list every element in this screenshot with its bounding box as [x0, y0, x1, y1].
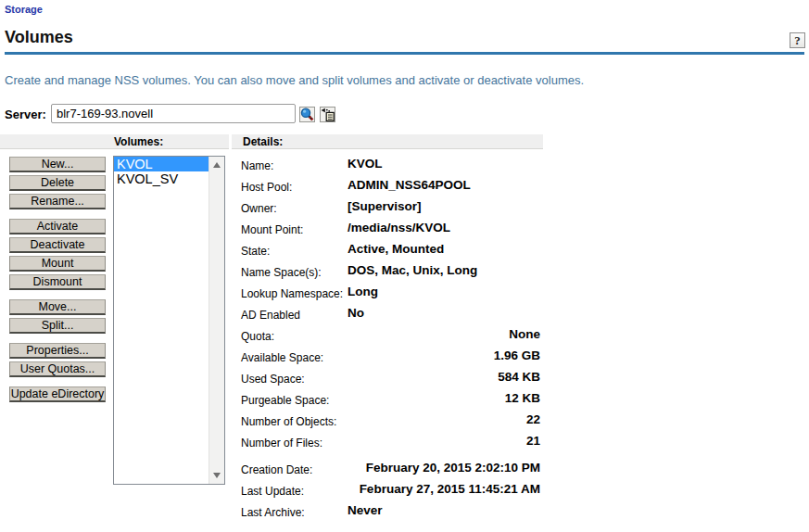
detail-value: ADMIN_NSS64POOL: [348, 178, 471, 192]
detail-value: Never: [348, 503, 383, 517]
detail-row: Used Space:584 KB: [241, 369, 540, 390]
detail-row: Name:KVOL: [241, 156, 540, 177]
detail-label: Number of Files:: [241, 437, 322, 450]
volume-list-scrollbar[interactable]: [209, 157, 224, 484]
detail-value: DOS, Mac, Unix, Long: [348, 263, 477, 277]
detail-value: KVOL: [348, 157, 383, 171]
title-rule: [5, 52, 804, 55]
detail-label: AD Enabled: [241, 309, 300, 322]
action-button-group: Update eDirectory: [9, 386, 106, 402]
detail-row: Available Space:1.96 GB: [241, 348, 540, 369]
detail-row: Creation Date:February 20, 2015 2:02:10 …: [241, 460, 540, 481]
page-title: Volumes: [5, 28, 73, 47]
detail-label: Owner:: [241, 202, 277, 215]
detail-label: Mount Point:: [241, 223, 303, 236]
detail-label: Used Space:: [241, 373, 305, 386]
action-button-split[interactable]: Split...: [9, 318, 106, 334]
details-panel: Name:KVOLHost Pool:ADMIN_NSS64POOLOwner:…: [241, 156, 540, 524]
detail-row: Mount Point:/media/nss/KVOL: [241, 220, 540, 241]
action-button-dismount[interactable]: Dismount: [9, 274, 106, 290]
action-button-rename[interactable]: Rename...: [9, 194, 106, 209]
detail-label: Host Pool:: [241, 181, 292, 194]
detail-row: Lookup Namespace:Long: [241, 284, 540, 305]
volumes-page: Storage Volumes ? Create and manage NSS …: [0, 0, 809, 532]
object-history-button[interactable]: [320, 107, 335, 122]
detail-row: Purgeable Space:12 KB: [241, 390, 540, 412]
detail-label: Name Space(s):: [241, 266, 322, 279]
action-button-delete[interactable]: Delete: [9, 175, 106, 191]
detail-value: Long: [348, 285, 378, 298]
detail-value: /media/nss/KVOL: [348, 221, 450, 234]
detail-value: No: [348, 306, 364, 320]
detail-value: 12 KB: [505, 391, 540, 405]
detail-row: Quota:None: [241, 326, 540, 348]
detail-row: Owner:[Supervisor]: [241, 198, 540, 220]
volume-list-items: KVOLKVOL_SV: [114, 157, 209, 484]
action-button-activate[interactable]: Activate: [9, 219, 106, 234]
detail-value: February 20, 2015 2:02:10 PM: [366, 461, 540, 475]
volumes-section-header: Volumes:: [0, 134, 229, 149]
detail-value: 21: [526, 434, 540, 448]
detail-value: Active, Mounted: [348, 242, 444, 256]
detail-value: 584 KB: [498, 370, 540, 384]
detail-label: Purgeable Space:: [241, 394, 329, 407]
action-button-group: New...DeleteRename...: [9, 157, 106, 209]
detail-value: 1.96 GB: [494, 348, 540, 362]
action-button-mount[interactable]: Mount: [9, 256, 106, 272]
details-header-label: Details:: [243, 135, 283, 148]
breadcrumb-storage-link[interactable]: Storage: [5, 4, 43, 15]
action-button-group: Move...Split...: [9, 299, 106, 334]
object-selector-button[interactable]: [299, 107, 315, 122]
detail-row: Number of Files:21: [241, 433, 540, 454]
action-button-move[interactable]: Move...: [9, 299, 106, 315]
volumes-header-label: Volumes:: [114, 135, 163, 148]
detail-row: Host Pool:ADMIN_NSS64POOL: [241, 177, 540, 198]
detail-value: None: [509, 327, 540, 341]
action-button-group: Properties...User Quotas...: [9, 343, 106, 377]
action-button-properties[interactable]: Properties...: [9, 343, 106, 359]
action-button-user-quotas[interactable]: User Quotas...: [9, 361, 106, 377]
detail-value: February 27, 2015 11:45:21 AM: [360, 482, 540, 496]
action-button-group: ActivateDeactivateMountDismount: [9, 219, 106, 290]
detail-row: Last Update:February 27, 2015 11:45:21 A…: [241, 481, 540, 502]
detail-row: Name Space(s):DOS, Mac, Unix, Long: [241, 262, 540, 284]
detail-label: Lookup Namespace:: [241, 287, 343, 300]
action-button-new[interactable]: New...: [9, 157, 106, 172]
detail-value: [Supervisor]: [348, 199, 422, 213]
detail-label: Creation Date:: [241, 463, 312, 476]
action-buttons-column: New...DeleteRename...ActivateDeactivateM…: [9, 157, 106, 412]
action-button-deactivate[interactable]: Deactivate: [9, 237, 106, 253]
detail-row: Number of Objects:22: [241, 412, 540, 433]
detail-label: Last Archive:: [241, 506, 305, 519]
detail-row: AD EnabledNo: [241, 305, 540, 326]
detail-row: Last Archive:Never: [241, 502, 540, 524]
detail-label: Name:: [241, 159, 273, 172]
page-description: Create and manage NSS volumes. You can a…: [5, 73, 584, 87]
detail-label: Last Update:: [241, 485, 304, 498]
detail-label: Quota:: [241, 330, 274, 343]
server-input[interactable]: [51, 104, 296, 123]
detail-label: Available Space:: [241, 351, 323, 364]
detail-value: 22: [526, 412, 540, 426]
history-icon: [321, 108, 335, 121]
volume-list-item[interactable]: KVOL: [114, 157, 209, 171]
volume-list-item[interactable]: KVOL_SV: [114, 171, 209, 186]
help-button[interactable]: ?: [790, 32, 805, 48]
action-button-update-edirectory[interactable]: Update eDirectory: [9, 386, 106, 402]
magnifier-icon: [300, 108, 314, 121]
server-label: Server:: [5, 108, 46, 121]
detail-label: State:: [241, 245, 270, 258]
details-section-header: Details:: [232, 134, 543, 149]
detail-row: State:Active, Mounted: [241, 241, 540, 262]
scroll-down-icon[interactable]: [213, 473, 221, 478]
detail-label: Number of Objects:: [241, 415, 336, 428]
scroll-up-icon[interactable]: [213, 162, 221, 168]
volume-listbox[interactable]: KVOLKVOL_SV: [113, 156, 225, 485]
